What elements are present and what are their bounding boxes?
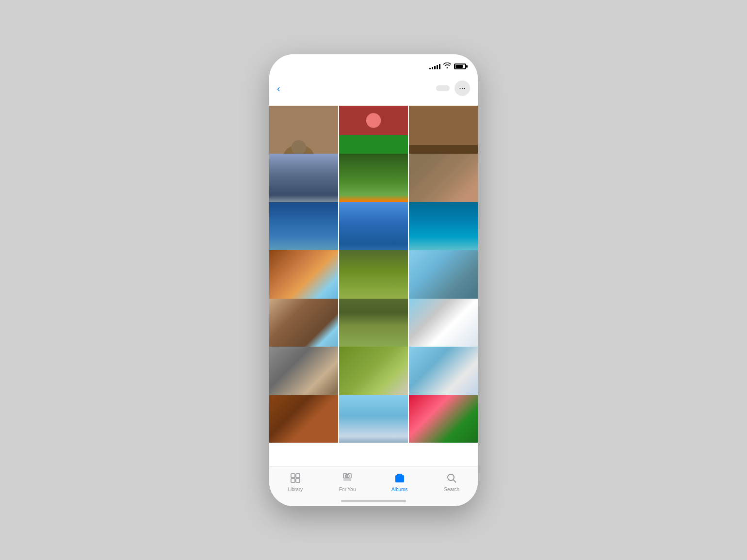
phone-frame: ‹ ··· xyxy=(269,54,478,506)
svg-rect-16 xyxy=(397,474,402,476)
svg-point-12 xyxy=(345,474,349,478)
svg-rect-15 xyxy=(395,475,404,482)
page-title xyxy=(269,100,478,106)
tab-foryou-label: For You xyxy=(339,487,356,492)
select-button[interactable] xyxy=(436,85,450,91)
svg-rect-11 xyxy=(296,479,300,482)
search-icon xyxy=(444,471,459,485)
library-icon xyxy=(288,471,303,485)
status-bar xyxy=(269,54,478,79)
tab-library[interactable]: Library xyxy=(269,471,322,492)
svg-point-2 xyxy=(292,140,306,155)
albums-icon xyxy=(392,471,407,485)
tab-foryou[interactable]: For You xyxy=(322,471,374,492)
photo-cell[interactable] xyxy=(269,395,338,443)
foryou-icon xyxy=(340,471,355,485)
tab-albums-label: Albums xyxy=(391,487,407,492)
svg-point-5 xyxy=(366,113,381,128)
nav-header: ‹ ··· xyxy=(269,79,478,100)
photo-cell[interactable] xyxy=(409,395,478,443)
tab-library-label: Library xyxy=(288,487,303,492)
nav-actions: ··· xyxy=(436,80,470,96)
photo-cell[interactable] xyxy=(339,395,408,443)
svg-point-17 xyxy=(448,474,454,480)
tab-search[interactable]: Search xyxy=(426,471,478,492)
svg-rect-9 xyxy=(296,474,300,478)
back-button[interactable]: ‹ xyxy=(277,83,282,93)
tab-search-label: Search xyxy=(444,487,459,492)
battery-icon xyxy=(454,64,466,69)
status-icons xyxy=(429,63,466,70)
svg-rect-8 xyxy=(291,474,295,478)
tab-albums[interactable]: Albums xyxy=(374,471,426,492)
home-indicator xyxy=(341,500,406,502)
more-icon: ··· xyxy=(459,84,465,93)
photo-grid xyxy=(269,106,478,443)
wifi-icon xyxy=(443,63,451,70)
back-chevron-icon: ‹ xyxy=(277,83,280,93)
more-button[interactable]: ··· xyxy=(455,80,470,96)
signal-icon xyxy=(429,64,440,69)
svg-line-18 xyxy=(454,480,456,482)
svg-rect-10 xyxy=(291,479,295,482)
